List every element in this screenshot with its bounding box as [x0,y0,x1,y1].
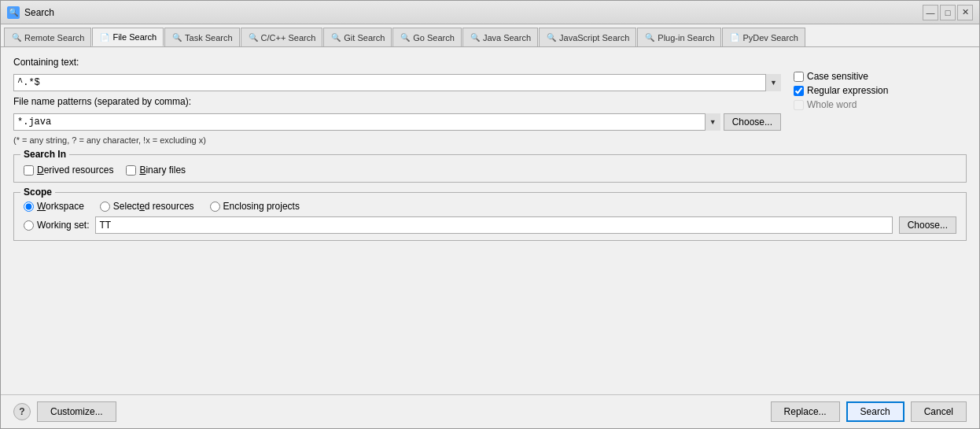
working-set-input[interactable] [95,216,892,234]
tab-pydev-search[interactable]: 📄 PyDev Search [722,28,805,46]
binary-files-label[interactable]: Binary files [139,165,186,176]
file-patterns-wrapper: *.java ▼ [13,113,720,131]
java-search-icon: 🔍 [470,32,481,43]
tab-task-search-label: Task Search [185,33,233,43]
case-sensitive-label[interactable]: Case sensitive [807,71,868,82]
search-button[interactable]: Search [846,401,904,422]
right-section: Case sensitive Regular expression Whole … [794,57,967,110]
scope-group: Scope Workspace Selected resources Enclo… [13,192,967,241]
enclosing-projects-radio[interactable] [210,202,220,212]
choose-button[interactable]: Choose... [724,113,781,131]
working-set-row: Working set: Choose... [24,216,956,234]
file-search-icon: 📄 [99,31,110,43]
containing-text-label: Containing text: [13,57,781,68]
workspace-radio[interactable] [24,202,34,212]
binary-files-row: Binary files [126,165,186,176]
scope-title: Scope [20,187,55,198]
title-bar-left: 🔍 Search [7,6,54,19]
containing-text-wrapper: ^.*$ ▼ [13,74,781,91]
search-in-content: Derived resources Binary files [24,161,956,176]
tab-task-search[interactable]: 🔍 Task Search [164,28,240,46]
derived-resources-row: Derived resources [24,165,113,176]
case-sensitive-checkbox[interactable] [794,72,804,82]
minimize-button[interactable]: — [923,5,938,20]
tab-remote-search[interactable]: 🔍 Remote Search [4,28,91,46]
tab-plugin-search-label: Plug-in Search [658,33,714,43]
tab-javascript-search-label: JavaScript Search [559,33,629,43]
tab-file-search-label: File Search [112,32,157,42]
tab-go-search[interactable]: 🔍 Go Search [392,28,462,46]
left-section: Containing text: ^.*$ ▼ File name patter… [13,57,781,145]
help-button[interactable]: ? [13,403,31,420]
bottom-bar: ? Customize... Replace... Search Cancel [1,394,979,428]
top-section: Containing text: ^.*$ ▼ File name patter… [13,57,967,145]
maximize-button[interactable]: □ [940,5,956,20]
tab-go-search-label: Go Search [413,33,455,43]
replace-button[interactable]: Replace... [771,401,840,422]
bottom-right: Replace... Search Cancel [771,401,967,422]
working-set-radio[interactable] [24,220,34,231]
regular-expression-row: Regular expression [794,85,967,96]
workspace-label: Workspace [37,201,84,212]
workspace-radio-row[interactable]: Workspace [24,201,84,212]
tab-java-search[interactable]: 🔍 Java Search [462,28,538,46]
cpp-search-icon: 🔍 [248,32,259,43]
regular-expression-checkbox[interactable] [794,86,804,96]
pydev-search-icon: 📄 [729,32,740,43]
main-content: Containing text: ^.*$ ▼ File name patter… [1,47,979,394]
selected-resources-label: Selected resources [113,201,194,212]
search-dialog: 🔍 Search — □ ✕ 🔍 Remote Search 📄 File Se… [0,0,980,429]
file-patterns-row: *.java ▼ Choose... [13,113,781,131]
bottom-left: ? Customize... [13,401,116,422]
case-sensitive-row: Case sensitive [794,71,967,82]
tab-file-search[interactable]: 📄 File Search [92,28,164,46]
cancel-button[interactable]: Cancel [911,401,967,422]
whole-word-checkbox[interactable] [794,100,804,110]
selected-resources-radio[interactable] [100,202,110,212]
hint-text: (* = any string, ? = any character, !x =… [13,135,781,145]
working-set-label: Working set: [37,220,89,231]
tab-java-search-label: Java Search [483,33,531,43]
whole-word-row: Whole word [794,99,967,110]
tab-pydev-search-label: PyDev Search [742,33,798,43]
enclosing-projects-radio-row[interactable]: Enclosing projects [210,201,300,212]
task-search-icon: 🔍 [171,32,182,43]
binary-files-checkbox[interactable] [126,165,136,176]
tab-plugin-search[interactable]: 🔍 Plug-in Search [637,28,721,46]
window-icon: 🔍 [7,6,20,19]
selected-resources-radio-row[interactable]: Selected resources [100,201,194,212]
plugin-search-icon: 🔍 [644,32,655,43]
window-title: Search [24,7,54,18]
working-set-radio-row[interactable]: Working set: [24,220,89,231]
search-in-title: Search In [20,149,69,160]
tab-git-search[interactable]: 🔍 Git Search [323,28,392,46]
regular-expression-label[interactable]: Regular expression [807,85,888,96]
file-patterns-input[interactable]: *.java [13,113,720,131]
customize-button[interactable]: Customize... [37,401,116,422]
title-bar: 🔍 Search — □ ✕ [1,1,979,24]
javascript-search-icon: 🔍 [546,32,557,43]
git-search-icon: 🔍 [330,32,341,43]
enclosing-projects-label: Enclosing projects [223,201,300,212]
tab-git-search-label: Git Search [344,33,385,43]
tab-cpp-search-label: C/C++ Search [261,33,316,43]
tab-remote-search-label: Remote Search [24,33,84,43]
close-button[interactable]: ✕ [957,5,973,20]
containing-text-input[interactable]: ^.*$ [13,74,781,91]
whole-word-label: Whole word [807,99,857,110]
scope-radios: Workspace Selected resources Enclosing p… [24,199,956,212]
derived-resources-label[interactable]: Derived resources [37,165,113,176]
derived-resources-checkbox[interactable] [24,165,34,176]
remote-search-icon: 🔍 [11,32,22,43]
tabs-container: 🔍 Remote Search 📄 File Search 🔍 Task Sea… [1,24,979,47]
search-in-group: Search In Derived resources Binary files [13,154,967,183]
tab-javascript-search[interactable]: 🔍 JavaScript Search [539,28,636,46]
title-buttons: — □ ✕ [923,5,973,20]
go-search-icon: 🔍 [400,32,411,43]
file-patterns-label: File name patterns (separated by comma): [13,96,781,107]
working-set-choose-button[interactable]: Choose... [899,216,956,234]
tab-cpp-search[interactable]: 🔍 C/C++ Search [241,28,323,46]
